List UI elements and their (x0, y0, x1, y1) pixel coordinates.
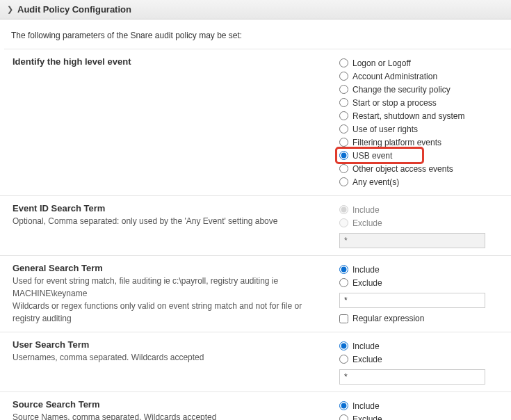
user-label: User Search Term (13, 339, 325, 350)
radio-usb-event[interactable] (339, 151, 348, 160)
source-label: Source Search Term (13, 399, 325, 410)
panel-header[interactable]: ❯ Audit Policy Configuration (0, 0, 511, 19)
radio-restart-label: Restart, shutdown and system (352, 111, 464, 121)
general-desc2: Wildcards or regex functions only valid … (13, 300, 325, 325)
radio-user-rights-label: Use of user rights (352, 124, 418, 134)
radio-user-exclude[interactable] (339, 355, 348, 364)
section-general: General Search Term Used for event strin… (0, 256, 511, 332)
radio-process-label: Start or stop a process (352, 98, 437, 108)
section-highlevel: Identify the high level event Logon or L… (0, 49, 511, 196)
source-include-label: Include (352, 401, 380, 411)
panel-title: Audit Policy Configuration (17, 4, 131, 15)
radio-other-object-label: Other object access events (352, 164, 453, 174)
radio-logon[interactable] (339, 58, 348, 67)
radio-usb-event-label: USB event (352, 151, 392, 161)
general-exclude-label: Exclude (352, 278, 382, 288)
radio-account-admin-label: Account Administration (352, 72, 437, 81)
general-input[interactable] (339, 293, 485, 308)
radio-general-include[interactable] (339, 265, 348, 274)
radio-eventid-exclude (339, 218, 348, 227)
radio-user-rights[interactable] (339, 124, 348, 134)
radio-logon-label: Logon or Logoff (352, 58, 411, 68)
section-eventid: Event ID Search Term Optional, Comma sep… (0, 196, 511, 256)
radio-eventid-include (339, 205, 348, 214)
source-desc: Source Names, comma separated. Wildcards… (13, 411, 325, 420)
radio-source-exclude[interactable] (339, 414, 348, 420)
user-exclude-label: Exclude (352, 355, 382, 364)
regex-label: Regular expression (352, 314, 424, 323)
eventid-input (339, 233, 485, 248)
radio-any-event-label: Any event(s) (352, 177, 399, 187)
radio-filtering[interactable] (339, 138, 348, 147)
radio-security-policy-label: Change the security policy (352, 85, 451, 95)
radio-user-include[interactable] (339, 341, 348, 350)
general-include-label: Include (352, 265, 380, 275)
general-label: General Search Term (13, 263, 325, 273)
radio-security-policy[interactable] (339, 85, 348, 94)
radio-process[interactable] (339, 98, 348, 107)
intro-text: The following parameters of the Snare au… (4, 19, 511, 49)
user-include-label: Include (352, 341, 380, 351)
radio-general-exclude[interactable] (339, 278, 348, 287)
radio-any-event[interactable] (339, 177, 348, 186)
eventid-label: Event ID Search Term (13, 203, 325, 213)
section-user: User Search Term Usernames, comma separa… (0, 332, 511, 392)
radio-other-object[interactable] (339, 164, 348, 173)
eventid-include-label: Include (352, 205, 380, 215)
chevron-right-icon: ❯ (7, 5, 13, 14)
source-exclude-label: Exclude (352, 414, 382, 421)
eventid-desc: Optional, Comma separated: only used by … (13, 215, 325, 227)
general-desc1: Used for event string match, file auditi… (13, 275, 325, 300)
section-source: Source Search Term Source Names, comma s… (0, 392, 511, 420)
radio-account-admin[interactable] (339, 72, 348, 81)
radio-source-include[interactable] (339, 401, 348, 410)
radio-restart[interactable] (339, 111, 348, 120)
highlevel-options: Logon or Logoff Account Administration C… (339, 56, 504, 188)
user-input[interactable] (339, 369, 485, 385)
eventid-exclude-label: Exclude (352, 218, 382, 228)
radio-filtering-label: Filtering platform events (352, 138, 441, 147)
checkbox-regex[interactable] (339, 314, 348, 323)
highlevel-label: Identify the high level event (13, 56, 325, 67)
user-desc: Usernames, comma separated. Wildcards ac… (13, 351, 325, 364)
